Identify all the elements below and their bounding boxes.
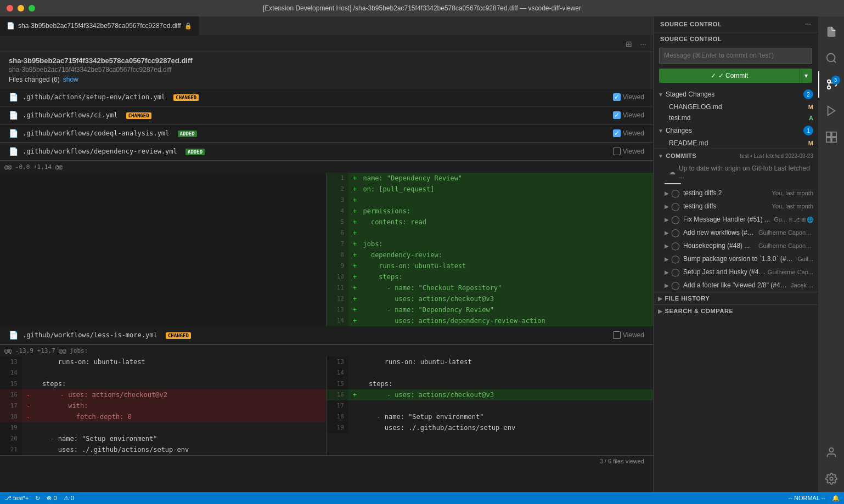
split-view-button[interactable]: ⊞ bbox=[623, 38, 634, 49]
minimize-button[interactable] bbox=[18, 5, 24, 12]
file-header-bar: sha-3b95beb2ac715f4f3342be578ca0567fcc92… bbox=[0, 52, 653, 88]
file-name-3: .github/workflows/codeql-analysis.yml AD… bbox=[22, 129, 613, 137]
commit-dot-6: ◯ bbox=[671, 268, 680, 276]
status-notifications[interactable]: 🔔 bbox=[832, 495, 840, 502]
viewed-check-2[interactable]: ✓ Viewed bbox=[613, 111, 644, 119]
hunk-header-1: @@ -0,0 +1,14 @@ bbox=[0, 161, 653, 173]
viewed-check-5[interactable]: Viewed bbox=[613, 331, 644, 339]
branch-label: test*+ bbox=[13, 495, 29, 501]
commits-section: ▼ COMMITS test • Last fetched 2022-09-23… bbox=[654, 149, 818, 492]
sync-message: Up to date with origin on GitHub Last fe… bbox=[679, 165, 813, 180]
commit-item-7[interactable]: ▶ ◯ Add a footer like "viewed 2/8" (#44)… bbox=[654, 279, 818, 292]
commits-label: COMMITS bbox=[666, 152, 740, 159]
file-name-5: .github/workflows/less-is-more.yml CHANG… bbox=[22, 331, 613, 339]
file-entry-4[interactable]: 📄 .github/workflows/dependency-review.ym… bbox=[0, 143, 653, 161]
commit-item-3[interactable]: ▶ ◯ Add new workflows (#49) ... Guilherm… bbox=[654, 226, 818, 239]
commit-arrow-button[interactable]: ▾ bbox=[800, 69, 812, 83]
sc-sub-label: SOURCE CONTROL bbox=[654, 32, 818, 43]
compare-icon[interactable]: ⊞ bbox=[801, 217, 806, 223]
show-link[interactable]: show bbox=[63, 76, 78, 83]
commits-meta: test • Last fetched 2022-09-23 bbox=[740, 153, 813, 159]
file-entry-1[interactable]: 📄 .github/actions/setup-env/action.yml C… bbox=[0, 88, 653, 106]
file-name-2: .github/workflows/ci.yml CHANGED bbox=[22, 111, 613, 119]
staged-file-test[interactable]: test.md A bbox=[654, 112, 818, 123]
errors-label: ⊗ 0 bbox=[47, 495, 57, 502]
file-entry-3[interactable]: 📄 .github/workflows/codeql-analysis.yml … bbox=[0, 124, 653, 143]
status-warnings[interactable]: ⚠ 0 bbox=[64, 495, 74, 502]
status-branch[interactable]: ⎇ test*+ bbox=[4, 495, 29, 502]
file-history-chevron: ▶ bbox=[658, 296, 663, 302]
commit-item-5[interactable]: ▶ ◯ Bump package version to `1.3.0` (#47… bbox=[654, 252, 818, 265]
commit-message-input[interactable] bbox=[659, 48, 812, 64]
maximize-button[interactable] bbox=[29, 5, 35, 12]
close-button[interactable] bbox=[7, 5, 13, 12]
status-errors[interactable]: ⊗ 0 bbox=[47, 495, 57, 502]
diff-tabs: 📄 sha-3b95beb2ac715f4f3342be578ca0567fcc… bbox=[0, 16, 653, 36]
file-doc-icon-3: 📄 bbox=[9, 129, 18, 138]
globe-icon[interactable]: 🌐 bbox=[807, 217, 813, 223]
commit-item-2[interactable]: ▶ ◯ Fix Message Handler (#51) ... Gu... … bbox=[654, 213, 818, 226]
commit-chevron-7: ▶ bbox=[665, 282, 669, 288]
badge-changed-2: CHANGED bbox=[126, 112, 151, 119]
commit-button[interactable]: ✓ ✓ Commit bbox=[659, 69, 800, 83]
commit-item-1[interactable]: ▶ ◯ testing diffs You, last month bbox=[654, 200, 818, 213]
commit-button-label: ✓ Commit bbox=[718, 72, 749, 80]
sidebar-item-settings[interactable] bbox=[818, 466, 845, 492]
checkbox-5[interactable] bbox=[613, 331, 621, 339]
commit-item-6[interactable]: ▶ ◯ Setup Jest and Husky (#46) ... Guilh… bbox=[654, 265, 818, 279]
svg-marker-6 bbox=[828, 106, 835, 116]
commits-section-header[interactable]: ▼ COMMITS test • Last fetched 2022-09-23 bbox=[654, 149, 818, 162]
file-name-4: .github/workflows/dependency-review.yml … bbox=[22, 148, 613, 155]
file-history-section[interactable]: ▶ FILE HISTORY bbox=[654, 292, 818, 304]
checkbox-4[interactable] bbox=[613, 148, 621, 155]
file-header-subtitle: sha-3b95beb2ac715f4f3342be578ca0567fcc92… bbox=[9, 66, 644, 73]
sidebar-item-account[interactable] bbox=[818, 439, 845, 466]
checkbox-2[interactable]: ✓ bbox=[613, 111, 621, 119]
diff-tab-active[interactable]: 📄 sha-3b95beb2ac715f4f3342be578ca0567fcc… bbox=[0, 16, 199, 36]
staged-file-changelog[interactable]: CHANGELOG.md M bbox=[654, 101, 818, 112]
commit-author-0: You, last month bbox=[772, 190, 813, 196]
sidebar-item-explorer[interactable] bbox=[818, 19, 845, 45]
viewed-check-3[interactable]: ✓ Viewed bbox=[613, 129, 644, 137]
commit-text-6: Setup Jest and Husky (#46) ... bbox=[683, 268, 766, 276]
bell-icon: 🔔 bbox=[832, 495, 840, 502]
staged-changes-badge: 2 bbox=[803, 89, 813, 99]
commit-chevron-4: ▶ bbox=[665, 243, 669, 249]
commit-item-4[interactable]: ▶ ◯ Housekeeping (#48) ... Guilherme Cap… bbox=[654, 239, 818, 252]
checkbox-3[interactable]: ✓ bbox=[613, 129, 621, 137]
file-doc-icon: 📄 bbox=[9, 93, 18, 101]
changes-file-readme-name: README.md bbox=[669, 139, 808, 147]
commit-actions-2: ⎘ ⎇ ⊞ 🌐 bbox=[789, 217, 813, 223]
commit-author-7: Jacek ... bbox=[791, 282, 813, 288]
search-compare-section[interactable]: ▶ SEARCH & COMPARE bbox=[654, 304, 818, 317]
sidebar-item-extensions[interactable] bbox=[818, 124, 845, 150]
commit-check-icon: ✓ bbox=[711, 72, 716, 80]
copy-icon[interactable]: ⎘ bbox=[789, 217, 792, 223]
commit-chevron-1: ▶ bbox=[665, 203, 669, 209]
commit-item-0[interactable]: ▶ ◯ testing diffs 2 You, last month bbox=[654, 186, 818, 200]
commit-text-2: Fix Message Handler (#51) ... bbox=[683, 216, 772, 223]
branch-icon[interactable]: ⎇ bbox=[794, 217, 800, 223]
status-sync[interactable]: ↻ bbox=[35, 495, 40, 502]
diff-content[interactable]: sha-3b95beb2ac715f4f3342be578ca0567fcc92… bbox=[0, 52, 653, 492]
file-entry-5[interactable]: 📄 .github/workflows/less-is-more.yml CHA… bbox=[0, 326, 653, 344]
sync-line: ☁ Up to date with origin on GitHub Last … bbox=[654, 162, 818, 182]
changes-file-readme[interactable]: README.md M bbox=[654, 138, 818, 149]
changes-file-readme-status: M bbox=[808, 140, 813, 146]
viewed-check-1[interactable]: ✓ Viewed bbox=[613, 93, 644, 101]
sidebar-item-run[interactable] bbox=[818, 98, 845, 124]
diff-right-2: 13 runs-on: ubuntu-latest 14 15 steps: 1… bbox=[327, 356, 653, 455]
badge-added-4: ADDED bbox=[185, 149, 205, 155]
cloud-icon: ☁ bbox=[669, 168, 676, 176]
more-actions-button[interactable]: ··· bbox=[638, 38, 649, 49]
source-control-badge: 3 bbox=[831, 76, 840, 84]
checkbox-1[interactable]: ✓ bbox=[613, 93, 621, 101]
viewed-check-4[interactable]: Viewed bbox=[613, 148, 644, 155]
sidebar-item-source-control[interactable]: 3 bbox=[818, 71, 845, 98]
svg-point-12 bbox=[830, 477, 833, 480]
staged-changes-header[interactable]: ▼ Staged Changes 2 bbox=[654, 87, 818, 101]
changes-header[interactable]: ▼ Changes 1 bbox=[654, 123, 818, 138]
file-entry-2[interactable]: 📄 .github/workflows/ci.yml CHANGED ✓ Vie… bbox=[0, 106, 653, 124]
sidebar-item-search[interactable] bbox=[818, 45, 845, 71]
sc-header-more[interactable]: ··· bbox=[805, 21, 811, 27]
